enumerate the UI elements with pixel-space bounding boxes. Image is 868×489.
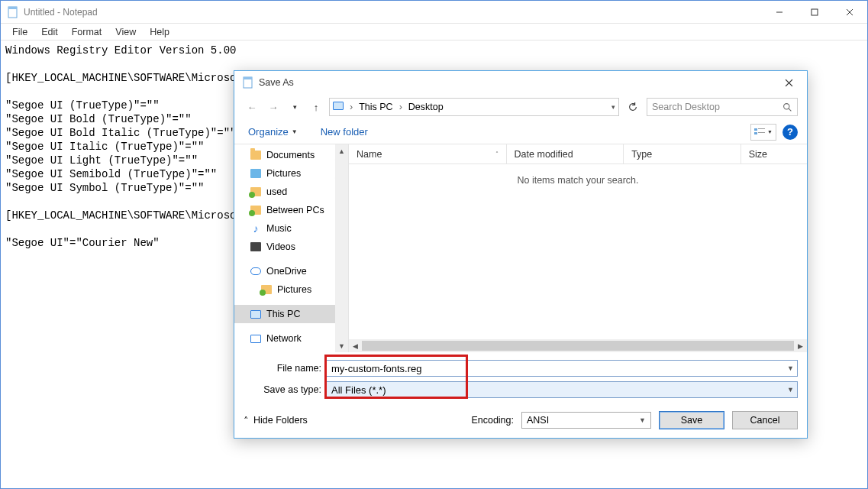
dialog-title: Save As [259, 77, 773, 88]
folder-sync-icon [250, 186, 262, 198]
save-form: File name: my-custom-fonts.reg▼ Save as … [234, 352, 807, 403]
onedrive-icon [250, 265, 262, 277]
menu-edit[interactable]: Edit [34, 25, 65, 39]
pictures-icon [250, 167, 262, 180]
search-input[interactable]: Search Desktop [647, 98, 798, 116]
notepad-titlebar: Untitled - Notepad [1, 1, 867, 24]
chevron-down-icon[interactable]: ▼ [787, 364, 794, 372]
folder-icon [250, 149, 262, 161]
tree-pictures[interactable]: Pictures📌 [234, 164, 348, 183]
view-options-button[interactable]: ▼ [750, 124, 776, 141]
scroll-left-icon[interactable]: ◀ [349, 339, 362, 352]
col-type[interactable]: Type [624, 144, 741, 164]
file-list: Name˄ Date modified Type Size No items m… [349, 144, 807, 352]
tree-this-pc[interactable]: This PC [234, 305, 348, 323]
menu-help[interactable]: Help [143, 25, 176, 39]
menu-format[interactable]: Format [65, 25, 109, 39]
svg-rect-7 [244, 77, 252, 79]
column-headers: Name˄ Date modified Type Size [349, 144, 807, 164]
filename-label: File name: [244, 363, 326, 374]
menu-file[interactable]: File [5, 25, 34, 39]
svg-rect-12 [754, 128, 757, 131]
encoding-label: Encoding: [471, 415, 514, 426]
nav-tree: Documents📌 Pictures📌 used Between PCs ♪M… [234, 144, 349, 352]
search-placeholder: Search Desktop [652, 102, 720, 112]
organize-menu[interactable]: Organize▼ [244, 123, 302, 141]
notepad-icon [7, 6, 19, 18]
forward-button[interactable]: → [265, 99, 282, 115]
svg-rect-3 [812, 9, 818, 15]
col-date[interactable]: Date modified [507, 144, 624, 164]
tree-documents[interactable]: Documents📌 [234, 146, 348, 164]
menu-view[interactable]: View [108, 25, 143, 39]
maximize-button[interactable] [797, 1, 832, 23]
chevron-up-icon: ˄ [244, 415, 249, 426]
notepad-title: Untitled - Notepad [24, 7, 762, 18]
network-icon [250, 332, 262, 345]
chevron-down-icon[interactable]: ▼ [787, 386, 794, 393]
col-name[interactable]: Name˄ [349, 144, 507, 164]
savetype-select[interactable]: All Files (*.*)▼ [326, 381, 798, 398]
new-folder-button[interactable]: New folder [316, 123, 373, 141]
menubar: File Edit Format View Help [1, 24, 867, 40]
refresh-button[interactable] [624, 98, 642, 116]
tree-music[interactable]: ♪Music [234, 219, 348, 238]
chevron-down-icon: ▼ [639, 416, 646, 424]
search-icon [782, 102, 792, 112]
savetype-label: Save as type: [244, 384, 326, 395]
scroll-right-icon[interactable]: ▶ [794, 339, 807, 352]
tree-scrollbar[interactable]: ▲ ▼ [335, 144, 348, 352]
svg-rect-15 [758, 132, 765, 133]
scroll-down-icon[interactable]: ▼ [335, 339, 348, 352]
hide-folders-button[interactable]: ˄Hide Folders [244, 415, 308, 426]
tree-between-pcs[interactable]: Between PCs [234, 201, 348, 219]
empty-message: No items match your search. [349, 164, 807, 186]
tree-network[interactable]: Network [234, 329, 348, 348]
address-dropdown-icon[interactable]: ▾ [611, 103, 615, 111]
music-icon: ♪ [250, 222, 262, 235]
tree-onedrive[interactable]: OneDrive [234, 262, 348, 280]
window-buttons [762, 1, 867, 23]
dialog-close-button[interactable] [773, 71, 804, 94]
videos-icon [250, 241, 262, 253]
folder-sync-icon [250, 204, 262, 216]
dialog-titlebar: Save As [234, 71, 807, 94]
up-button[interactable]: ↑ [308, 99, 324, 115]
save-button[interactable]: Save [659, 411, 724, 429]
folder-sync-icon [260, 283, 273, 296]
cancel-button[interactable]: Cancel [732, 411, 798, 429]
encoding-select[interactable]: ANSI▼ [521, 412, 651, 429]
pc-icon [250, 308, 262, 320]
horizontal-scrollbar[interactable]: ◀ ▶ [349, 339, 807, 352]
file-browser: Documents📌 Pictures📌 used Between PCs ♪M… [234, 144, 807, 352]
back-button[interactable]: ← [244, 99, 260, 115]
col-size[interactable]: Size [741, 144, 807, 164]
svg-point-10 [784, 103, 789, 108]
svg-rect-13 [758, 128, 765, 129]
minimize-button[interactable] [762, 1, 797, 23]
svg-rect-1 [8, 7, 17, 9]
breadcrumb-sep-icon: › [398, 102, 404, 112]
svg-rect-14 [754, 132, 757, 134]
pc-icon [333, 102, 344, 112]
tree-used[interactable]: used [234, 183, 348, 201]
scroll-up-icon[interactable]: ▲ [335, 144, 348, 157]
close-button[interactable] [832, 1, 867, 23]
tree-onedrive-pictures[interactable]: Pictures [234, 280, 348, 299]
recent-dropdown[interactable]: ▾ [286, 99, 303, 115]
nav-row: ← → ▾ ↑ › This PC › Desktop ▾ Search Des… [234, 94, 807, 120]
dialog-footer: ˄Hide Folders Encoding: ANSI▼ Save Cance… [234, 403, 807, 438]
address-bar[interactable]: › This PC › Desktop ▾ [329, 98, 619, 116]
toolbar: Organize▼ New folder ▼ ? [234, 120, 807, 144]
tree-videos[interactable]: Videos [234, 238, 348, 256]
help-button[interactable]: ? [782, 125, 798, 140]
breadcrumb-thispc[interactable]: This PC [359, 102, 392, 112]
svg-line-11 [789, 108, 791, 111]
dialog-icon [242, 76, 254, 89]
breadcrumb-desktop[interactable]: Desktop [408, 102, 444, 112]
breadcrumb-sep-icon: › [348, 102, 354, 112]
save-as-dialog: Save As ← → ▾ ↑ › This PC › Desktop ▾ Se… [234, 70, 808, 439]
filename-input[interactable]: my-custom-fonts.reg▼ [326, 360, 798, 377]
